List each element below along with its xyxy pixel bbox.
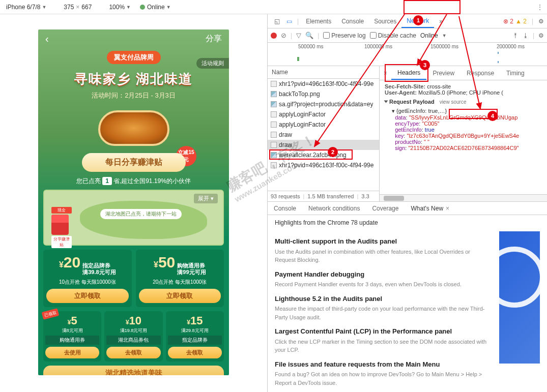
coupon-15: ¥15 满29.8元可用 指定品牌券 去领取 [166, 311, 224, 361]
promo-image [499, 231, 540, 364]
tab-network[interactable]: Network [401, 14, 434, 28]
news-item-title[interactable]: Lighthouse 5.2 in the Audits panel [275, 294, 492, 304]
clear-icon[interactable]: ⊘ [281, 32, 286, 39]
device-toggle-icon[interactable]: ▭ [285, 17, 293, 25]
request-summary: 93 requests|1.5 MB transferred|3.3 [268, 191, 379, 201]
import-icon[interactable]: ⭱ [512, 32, 519, 39]
request-row[interactable]: applyLoginFactor [268, 109, 379, 119]
hero-subtitle: 活动时间：2月25日 - 3月3日 [38, 91, 229, 100]
view-source-link[interactable]: view source [440, 99, 467, 105]
tab-elements[interactable]: Elements [301, 14, 336, 28]
request-row[interactable]: xhr1?pvid=496c163f-f00c-4f94-99e [268, 160, 379, 170]
rules-button[interactable]: 活动规则 [196, 58, 229, 69]
news-item-title[interactable]: Payment Handler debugging [275, 269, 492, 280]
close-detail-icon[interactable]: × [380, 66, 391, 80]
tab-sources[interactable]: Sources [369, 14, 401, 28]
phone-viewport: ‹ 分享 翼支付品牌周 活动规则 寻味家乡 湖北味道 活动时间：2月25日 - … [38, 29, 229, 375]
horizontal-scrollbar[interactable] [380, 194, 547, 201]
net-settings-icon[interactable]: ⚙ [538, 32, 544, 39]
inspect-icon[interactable]: ◱ [273, 17, 281, 25]
settings-icon[interactable]: ⚙ [538, 18, 544, 25]
request-row[interactable]: draw [268, 140, 379, 150]
device-toolbar: iPhone 6/7/8▼ 375 × 667 100%▼ Online▼ ⋮ [0, 0, 547, 14]
viewport-height[interactable]: 667 [81, 4, 92, 11]
brand-pill: 翼支付品牌周 [107, 51, 161, 64]
request-row[interactable]: xhr1?pvid=496c163f-f00c-4f94-99e [268, 79, 379, 89]
device-frame: ‹ 分享 翼支付品牌周 活动规则 寻味家乡 湖北味道 活动时间：2月25日 - … [0, 14, 267, 392]
network-toolbar: ⊘ | ▽ 🔍 | Preserve log Disable cache Onl… [268, 28, 547, 43]
hero-image [98, 110, 169, 146]
claim-button[interactable]: 立即领取 [139, 289, 221, 303]
device-select[interactable]: iPhone 6/7/8▼ [6, 4, 46, 11]
red-envelope-icon: 现金 分享赚津贴 [51, 207, 72, 248]
progress-text: 您已点亮1省,超过全国91.19%的小伙伴 [38, 177, 229, 186]
map-hint: 湖北地图已点亮，请期待下一站 [100, 209, 182, 219]
coupon-50: ¥50购物通用券满99元可用 20点开抢 每天限1000张 立即领取 [136, 250, 224, 307]
tab-console[interactable]: Console [336, 14, 369, 28]
drawer: Console Network conditions Coverage What… [268, 201, 547, 392]
warning-badge[interactable]: ▲ 2 [515, 18, 527, 25]
more-icon[interactable]: ⋮ [537, 4, 543, 11]
headers-body: Sec-Fetch-Site: cross-site User-Agent: M… [380, 80, 547, 194]
back-icon[interactable]: ‹ [45, 33, 49, 45]
preserve-log-checkbox[interactable]: Preserve log [323, 32, 365, 39]
name-column-header[interactable]: Name [268, 66, 379, 79]
tab-timing[interactable]: Timing [500, 66, 531, 80]
zoom-select[interactable]: 100%▼ [109, 4, 131, 11]
daily-share-button[interactable]: 每日分享赚津贴 [82, 153, 186, 172]
tabs-overflow-icon[interactable]: » [434, 14, 448, 28]
tab-headers[interactable]: Headers [391, 66, 426, 80]
coupon-5: 已领取 ¥5 满8元可用 购物通用券 去使用 [43, 311, 101, 361]
drawer-tab-console[interactable]: Console [268, 202, 302, 215]
claim-button[interactable]: 去领取 [168, 347, 222, 358]
request-row[interactable]: sa.gif?project=production&data=ey [268, 99, 379, 109]
record-icon[interactable] [271, 33, 277, 39]
tab-response[interactable]: Response [460, 66, 500, 80]
throttle-select[interactable]: Online▼ [140, 4, 171, 11]
devtools-panel: ◱ ▭ | Elements Console Sources Network »… [267, 14, 547, 392]
viewport-width[interactable]: 375 [64, 4, 74, 11]
request-list: xhr1?pvid=496c163f-f00c-4f94-99ebackToTo… [268, 79, 379, 191]
search-icon[interactable]: 🔍 [305, 32, 313, 39]
disable-cache-checkbox[interactable]: Disable cache [370, 32, 416, 39]
drawer-tab-whats-new[interactable]: What's New× [405, 202, 455, 215]
section-banner: 湖北精选地道美味 [43, 366, 224, 375]
request-row[interactable]: wereallclear.2afcb4e.png [268, 150, 379, 160]
hero-title: 寻味家乡 湖北味道 [38, 70, 229, 88]
news-item-title[interactable]: Multi-client support in the Audits panel [275, 236, 492, 247]
detail-tabs: × Headers Preview Response Timing [380, 66, 547, 80]
share-button[interactable]: 分享 [206, 34, 222, 44]
highlights-heading: Highlights from the Chrome 78 update [268, 215, 547, 226]
drawer-tab-network-conditions[interactable]: Network conditions [302, 202, 366, 215]
request-row[interactable]: backToTop.png [268, 89, 379, 99]
claim-button[interactable]: 去领取 [106, 347, 160, 358]
devtools-tabs: ◱ ▭ | Elements Console Sources Network »… [268, 14, 547, 28]
filter-icon[interactable]: ▽ [296, 32, 301, 39]
error-badge[interactable]: ⊗ 2 [503, 18, 513, 25]
expand-button[interactable]: 展开 ▾ [194, 194, 218, 203]
claim-button[interactable]: 立即领取 [46, 289, 129, 303]
request-row[interactable]: applyLoginFactor [268, 119, 379, 130]
request-row[interactable]: draw [268, 130, 379, 140]
timeline-overview[interactable]: 500000 ms 1000000 ms 1500000 ms 2000000 … [268, 43, 547, 66]
news-item-title[interactable]: File issues and feature requests from th… [275, 359, 492, 370]
export-icon[interactable]: ⭳ [523, 32, 529, 39]
coupon-10: ¥10 满19.8元可用 湖北商品券包 去领取 [104, 311, 162, 361]
use-button[interactable]: 去使用 [45, 347, 99, 358]
tab-preview[interactable]: Preview [426, 66, 460, 80]
online-select[interactable]: Online [420, 32, 438, 39]
coupon-20: ¥20指定品牌券满39.8元可用 10点开抢 每天限10000张 立即领取 [43, 250, 132, 307]
drawer-tab-coverage[interactable]: Coverage [366, 202, 405, 215]
news-item-title[interactable]: Largest Contentful Paint (LCP) in the Pe… [275, 326, 492, 337]
whats-new-body: Multi-client support in the Audits panel… [275, 231, 492, 387]
map-card[interactable]: 展开 ▾ 现金 分享赚津贴 湖北地图已点亮，请期待下一站 [43, 190, 224, 246]
close-icon[interactable]: × [446, 205, 449, 212]
